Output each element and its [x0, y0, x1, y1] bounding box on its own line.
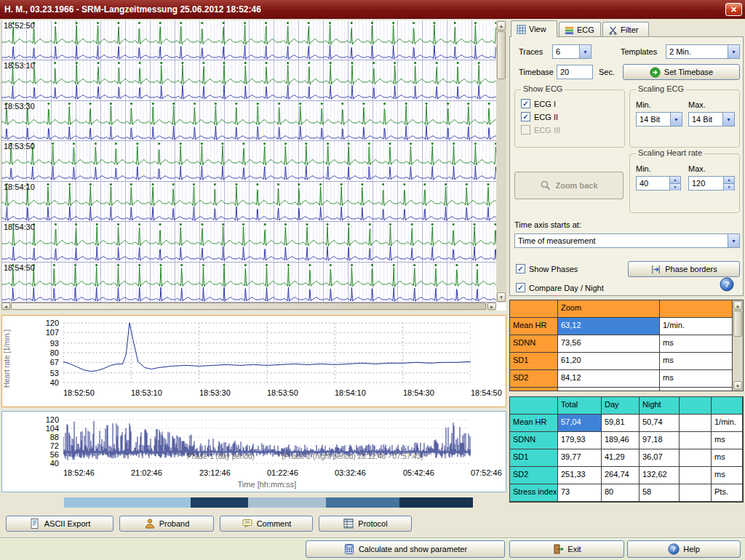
scroll-right-button[interactable]: ►: [487, 303, 496, 310]
night-cell[interactable]: 50,74: [640, 415, 680, 432]
phase-bar[interactable]: [64, 497, 473, 508]
row-label-cell[interactable]: Stress index: [510, 484, 558, 502]
time-axis-dropdown[interactable]: Time of measurement ▼: [514, 233, 740, 248]
day-cell[interactable]: 264,74: [602, 467, 640, 484]
dropdown-arrow-icon[interactable]: ▼: [579, 45, 591, 58]
ecg1-checkbox[interactable]: ✓: [521, 99, 530, 108]
total-cell[interactable]: 179,93: [558, 432, 602, 449]
unit-cell[interactable]: 1/min.: [712, 415, 743, 432]
help-button[interactable]: ? Help: [627, 540, 741, 558]
phase-borders-button[interactable]: Phase borders: [628, 261, 740, 277]
ecg-row[interactable]: 18:53:50: [1, 141, 496, 181]
zoom-table-scrollbar[interactable]: ▲ ▼: [733, 300, 743, 391]
tab-filter[interactable]: Filter: [602, 22, 649, 37]
unit-cell[interactable]: ms: [660, 335, 733, 353]
templates-dropdown[interactable]: 2 Min. ▼: [666, 44, 740, 59]
total-cell[interactable]: 57,04: [558, 415, 602, 432]
exit-button[interactable]: Exit: [509, 540, 624, 558]
dropdown-arrow-icon[interactable]: ▼: [728, 45, 739, 58]
night-cell[interactable]: 97,18: [640, 432, 680, 449]
scroll-down-button[interactable]: ▼: [733, 381, 742, 390]
unit-cell[interactable]: ms: [712, 467, 743, 484]
total-cell[interactable]: 39,77: [558, 449, 602, 467]
phase-segment[interactable]: [191, 497, 248, 508]
row-label-cell[interactable]: SD1: [510, 353, 558, 370]
close-button[interactable]: ✕: [725, 3, 742, 16]
compare-day-night-checkbox[interactable]: ✓: [516, 283, 525, 292]
row-label-cell[interactable]: SDNN: [510, 335, 558, 353]
row-label-cell[interactable]: Mean HR: [510, 318, 558, 335]
title-bar[interactable]: H. M., 03.23.1966 - SRM-Langzeitmessung …: [0, 0, 745, 19]
dropdown-arrow-icon[interactable]: ▼: [728, 234, 739, 247]
total-cell[interactable]: 251,33: [558, 467, 602, 484]
scaling-ecg-min-dropdown[interactable]: 14 Bit ▼: [636, 112, 682, 127]
row-label-cell[interactable]: SD2: [510, 370, 558, 388]
spin-up-icon[interactable]: ▲: [724, 177, 734, 184]
row-label-cell[interactable]: Mean HR: [510, 415, 558, 432]
compare-day-night-checkbox-row[interactable]: ✓Compare Day / Night: [516, 283, 604, 292]
ecg-vertical-scrollbar[interactable]: ▲ ▼: [496, 20, 506, 303]
calculate-button[interactable]: Calculate and show parameter: [306, 540, 505, 558]
zoom-back-button[interactable]: Zoom back: [514, 172, 624, 199]
day-cell[interactable]: 80: [602, 484, 640, 502]
spin-up-icon[interactable]: ▲: [670, 177, 680, 184]
proband-button[interactable]: Proband: [119, 516, 214, 532]
day-cell[interactable]: 41,29: [602, 449, 640, 467]
unit-cell[interactable]: 1/min.: [660, 318, 733, 335]
ecg-row[interactable]: 18:54:50: [1, 263, 496, 303]
ecg2-checkbox[interactable]: ✓: [521, 112, 530, 121]
value-cell[interactable]: 84,12: [558, 370, 660, 388]
value-cell[interactable]: 73,56: [558, 335, 660, 353]
value-cell[interactable]: 63,12: [558, 318, 660, 335]
spin-down-icon[interactable]: ▼: [670, 184, 680, 191]
dropdown-arrow-icon[interactable]: ▼: [722, 113, 734, 126]
dropdown-arrow-icon[interactable]: ▼: [670, 113, 682, 126]
show-phases-checkbox-row[interactable]: ✓Show Phases: [516, 264, 578, 273]
hr-min-spinner[interactable]: 40 ▲▼: [636, 176, 681, 191]
unit-cell[interactable]: Pts.: [712, 484, 743, 502]
set-timebase-button[interactable]: Set Timebase: [623, 64, 740, 80]
protocol-button[interactable]: Protocol: [319, 516, 412, 532]
unit-cell[interactable]: ms: [712, 432, 743, 449]
timebase-input[interactable]: [557, 65, 593, 79]
overview-chart[interactable]: 120 104 88 72 56 40 Phase 1 (day period)…: [1, 411, 506, 492]
scrollbar-thumb[interactable]: [11, 303, 486, 310]
ascii-export-button[interactable]: ASCII Export: [6, 516, 113, 532]
unit-cell[interactable]: ms: [712, 449, 743, 467]
scroll-up-button[interactable]: ▲: [733, 301, 742, 310]
phase-segment[interactable]: [248, 497, 326, 508]
phase-segment[interactable]: [326, 497, 399, 508]
ecg1-checkbox-row[interactable]: ✓ECG I: [521, 99, 556, 108]
ecg-row[interactable]: 18:53:30: [1, 101, 496, 141]
ecg-row[interactable]: 18:52:50: [1, 20, 496, 60]
ecg-row[interactable]: 18:54:30: [1, 222, 496, 262]
hr-max-spinner[interactable]: 120 ▲▼: [688, 176, 735, 191]
phase-segment[interactable]: [64, 497, 191, 508]
night-cell[interactable]: 132,62: [640, 467, 680, 484]
overview-plot[interactable]: Phase 1 (day period) (Phase 2 (night per…: [63, 417, 471, 465]
row-label-cell[interactable]: SDNN: [510, 432, 558, 449]
day-cell[interactable]: 189,46: [602, 432, 640, 449]
heart-rate-chart[interactable]: Heart rate [1/min.] 120 107 93 80 67 53 …: [1, 315, 506, 407]
row-label-cell[interactable]: SD1: [510, 449, 558, 467]
night-cell[interactable]: 58: [640, 484, 680, 502]
unit-cell[interactable]: ms: [660, 353, 733, 370]
tab-ecg[interactable]: ECG: [559, 22, 601, 37]
tab-view[interactable]: View: [511, 20, 557, 37]
scrollbar-thumb[interactable]: [497, 31, 506, 79]
spin-down-icon[interactable]: ▼: [724, 184, 734, 191]
scaling-ecg-max-dropdown[interactable]: 14 Bit ▼: [688, 112, 735, 127]
scroll-left-button[interactable]: ◄: [1, 303, 10, 310]
unit-cell[interactable]: ms: [660, 370, 733, 388]
phase-segment[interactable]: [399, 497, 473, 508]
scrollbar-thumb[interactable]: [733, 311, 742, 337]
row-label-cell[interactable]: SD2: [510, 467, 558, 484]
hr-plot[interactable]: [63, 320, 471, 385]
total-cell[interactable]: 73: [558, 484, 602, 502]
ecg-horizontal-scrollbar[interactable]: ◄ ►: [1, 303, 496, 311]
ecg2-checkbox-row[interactable]: ✓ECG II: [521, 112, 558, 121]
comment-button[interactable]: Comment: [220, 516, 313, 532]
night-cell[interactable]: 36,07: [640, 449, 680, 467]
help-ball-button[interactable]: ?: [720, 277, 734, 292]
scroll-up-button[interactable]: ▲: [497, 21, 506, 31]
